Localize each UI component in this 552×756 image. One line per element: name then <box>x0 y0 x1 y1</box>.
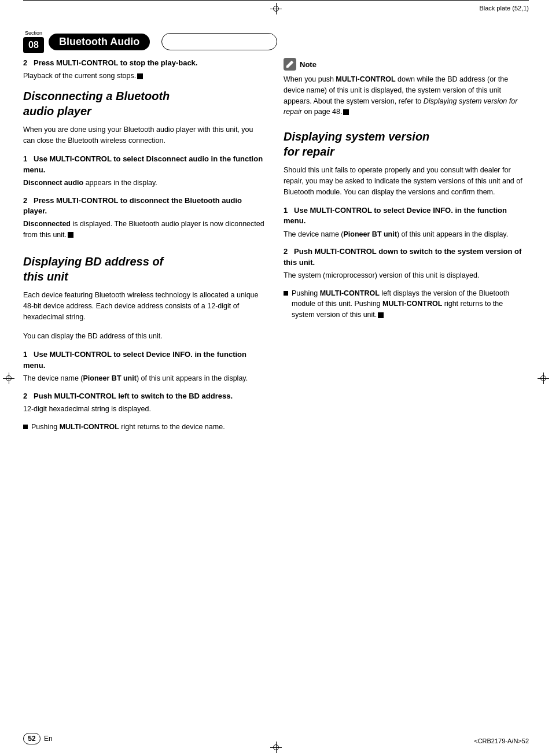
disconnect-step1: 1 Use MULTI-CONTROL to select Disconnect… <box>23 154 266 188</box>
disconnect-step1-body: Disconnect audio appears in the display. <box>23 178 266 189</box>
page-number: 52 <box>23 733 41 744</box>
system-version-title: Displaying system versionfor repair <box>284 129 527 159</box>
sv-step1-body: The device name (Pioneer BT unit) of thi… <box>284 229 527 240</box>
bottom-left: 52 En <box>23 733 53 744</box>
crb-code: <CRB2179-A/N>52 <box>474 737 529 744</box>
note-label: Note <box>300 60 317 69</box>
step2-heading: 2 Press MULTI-CONTROL to stop the play-b… <box>23 58 266 68</box>
page-title: Bluetooth Audio <box>49 34 150 50</box>
bd-bullet-text: Pushing MULTI-CONTROL right returns to t… <box>31 422 225 433</box>
disconnect-step2-heading: 2 Press MULTI-CONTROL to disconnect the … <box>23 196 266 216</box>
note-header: Note <box>284 58 527 71</box>
bullet-square-icon <box>23 425 28 429</box>
disconnect-desc: When you are done using your Bluetooth a… <box>23 124 266 146</box>
main-content: 2 Press MULTI-CONTROL to stop the play-b… <box>23 58 529 721</box>
left-column: 2 Press MULTI-CONTROL to stop the play-b… <box>23 58 266 721</box>
step2-body: Playback of the current song stops. <box>23 71 266 82</box>
disconnect-title: Disconnecting a Bluetoothaudio player <box>23 88 266 119</box>
sv-step1: 1 Use MULTI-CONTROL to select Device INF… <box>284 205 527 239</box>
stop-char <box>137 73 143 79</box>
bd-step2-body: 12-digit hexadecimal string is displayed… <box>23 404 266 415</box>
section-label: Section 08 <box>23 30 44 53</box>
bd-step1: 1 Use MULTI-CONTROL to select Device INF… <box>23 349 266 383</box>
bd-address-desc1: Each device featuring Bluetooth wireless… <box>23 290 266 322</box>
sv-bullet1-text: Pushing MULTI-CONTROL left displays the … <box>292 288 527 320</box>
step2-intro: 2 Press MULTI-CONTROL to stop the play-b… <box>23 58 266 82</box>
bd-address-desc2: You can display the BD address of this u… <box>23 331 266 342</box>
sv-bullet1: Pushing MULTI-CONTROL left displays the … <box>284 288 527 320</box>
bd-step2-heading: 2 Push MULTI-CONTROL left to switch to t… <box>23 391 266 401</box>
disconnect-step2-body: Disconnected is displayed. The Bluetooth… <box>23 219 266 241</box>
note-text: When you push MULTI-CONTROL down while t… <box>284 74 527 117</box>
sv-step2: 2 Push MULTI-CONTROL down to switch to t… <box>284 246 527 281</box>
bd-address-title: Displaying BD address ofthis unit <box>23 254 266 284</box>
disconnect-section: Disconnecting a Bluetoothaudio player Wh… <box>23 88 266 241</box>
language-label: En <box>44 735 53 743</box>
bd-bullet: Pushing MULTI-CONTROL right returns to t… <box>23 422 266 433</box>
sv-step2-body: The system (microprocessor) version of t… <box>284 270 527 281</box>
note-pencil-icon <box>284 58 296 71</box>
disconnect-step2: 2 Press MULTI-CONTROL to disconnect the … <box>23 196 266 241</box>
top-center-crosshair <box>270 3 282 14</box>
stop-char-2 <box>68 232 73 238</box>
header-oval <box>161 33 277 50</box>
section-number: 08 <box>23 37 44 53</box>
right-column: Note When you push MULTI-CONTROL down wh… <box>284 58 527 721</box>
bd-step1-body: The device name (Pioneer BT unit) of thi… <box>23 373 266 384</box>
bottom-center-crosshair <box>270 742 282 753</box>
page-header: Section 08 Bluetooth Audio <box>23 30 529 53</box>
sv-bullet-square-icon <box>284 291 288 296</box>
system-version-desc: Should this unit fails to operate proper… <box>284 165 527 197</box>
stop-char-sv <box>378 312 384 318</box>
sv-step2-heading: 2 Push MULTI-CONTROL down to switch to t… <box>284 246 527 267</box>
sv-step1-heading: 1 Use MULTI-CONTROL to select Device INF… <box>284 205 527 226</box>
section-text: Section <box>25 30 42 36</box>
bd-address-section: Displaying BD address ofthis unit Each d… <box>23 254 266 432</box>
note-box: Note When you push MULTI-CONTROL down wh… <box>284 58 527 117</box>
disconnect-step1-heading: 1 Use MULTI-CONTROL to select Disconnect… <box>23 154 266 175</box>
top-border-right <box>276 0 529 1</box>
stop-char-note <box>343 109 349 115</box>
top-border-left <box>23 0 276 1</box>
bd-step1-heading: 1 Use MULTI-CONTROL to select Device INF… <box>23 349 266 370</box>
left-mid-crosshair <box>3 373 14 384</box>
right-mid-crosshair <box>538 373 549 384</box>
bd-step2: 2 Push MULTI-CONTROL left to switch to t… <box>23 391 266 415</box>
system-version-section: Displaying system versionfor repair Shou… <box>284 129 527 320</box>
black-plate-label: Black plate (52,1) <box>479 5 529 12</box>
